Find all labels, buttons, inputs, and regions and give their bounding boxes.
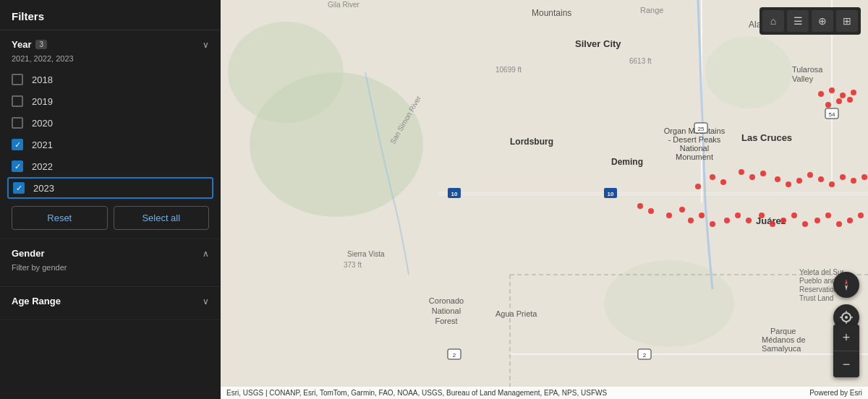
svg-point-3 bbox=[604, 260, 734, 347]
svg-point-4 bbox=[705, 36, 792, 108]
year-filter-badge: 3 bbox=[35, 40, 47, 49]
year-option-2019[interactable]: 2019 bbox=[12, 90, 209, 112]
year-filter-buttons: Reset Select all bbox=[12, 206, 209, 230]
map-toolbar: ⌂ ☰ ⊕ ⊞ bbox=[760, 7, 861, 35]
map-background: Mountains Range 10699 ft 6613 ft Silver … bbox=[221, 0, 868, 399]
svg-text:6613 ft: 6613 ft bbox=[629, 57, 652, 65]
year-filter-subtitle: 2021, 2022, 2023 bbox=[12, 54, 209, 63]
year-filter-section: Year 3 ∨ 2021, 2022, 2023 2018 2019 2020… bbox=[0, 30, 221, 239]
filters-header: Filters bbox=[0, 0, 221, 30]
map-compass-button[interactable] bbox=[833, 272, 859, 298]
year-checkbox-2022[interactable] bbox=[12, 160, 23, 172]
svg-text:Coronado: Coronado bbox=[429, 296, 464, 305]
svg-text:Las Cruces: Las Cruces bbox=[741, 132, 792, 143]
svg-text:- Desert Peaks: - Desert Peaks bbox=[668, 135, 721, 144]
select-all-button[interactable]: Select all bbox=[114, 206, 210, 230]
svg-point-171 bbox=[845, 316, 848, 319]
map-grid-button[interactable]: ⊞ bbox=[836, 10, 858, 32]
locate-icon bbox=[840, 311, 853, 324]
svg-text:National: National bbox=[680, 144, 709, 153]
year-filter-chevron[interactable]: ∨ bbox=[203, 40, 209, 50]
svg-marker-169 bbox=[845, 285, 848, 291]
map-area[interactable]: Mountains Range 10699 ft 6613 ft Silver … bbox=[221, 0, 868, 399]
year-label-2018: 2018 bbox=[32, 74, 53, 85]
year-filter-title: Year bbox=[12, 39, 31, 50]
svg-text:Agua Prieta: Agua Prieta bbox=[495, 309, 537, 318]
svg-text:Gila River: Gila River bbox=[328, 1, 360, 9]
svg-text:2: 2 bbox=[643, 352, 647, 359]
year-checkbox-2023[interactable] bbox=[13, 182, 25, 194]
svg-text:10: 10 bbox=[451, 191, 458, 197]
svg-text:2: 2 bbox=[453, 352, 456, 359]
svg-text:Lordsburg: Lordsburg bbox=[510, 137, 553, 147]
year-option-2023[interactable]: 2023 bbox=[7, 177, 213, 199]
map-list-button[interactable]: ☰ bbox=[787, 10, 809, 32]
year-option-2018[interactable]: 2018 bbox=[12, 69, 209, 90]
year-label-2021: 2021 bbox=[32, 140, 53, 150]
svg-marker-168 bbox=[845, 279, 848, 285]
svg-text:10699 ft: 10699 ft bbox=[495, 66, 522, 74]
svg-text:Médanos de: Médanos de bbox=[762, 335, 806, 344]
gender-filter-title: Gender bbox=[12, 248, 45, 259]
svg-point-2 bbox=[228, 22, 344, 123]
svg-text:Sierra Vista: Sierra Vista bbox=[347, 250, 385, 258]
map-attribution-bar: Esri, USGS | CONANP, Esri, TomTom, Garmi… bbox=[221, 387, 868, 399]
svg-text:Deming: Deming bbox=[611, 157, 643, 167]
svg-text:54: 54 bbox=[829, 111, 835, 118]
gender-filter-subtitle: Filter by gender bbox=[12, 263, 209, 272]
map-layers-button[interactable]: ⊕ bbox=[812, 10, 833, 32]
year-option-2021[interactable]: 2021 bbox=[12, 134, 209, 155]
map-home-button[interactable]: ⌂ bbox=[762, 10, 784, 32]
map-zoom-controls: + − bbox=[833, 325, 859, 377]
gender-filter-chevron[interactable]: ∧ bbox=[203, 249, 209, 259]
year-checkbox-2021[interactable] bbox=[12, 139, 23, 150]
age-filter-title: Age Range bbox=[12, 296, 61, 306]
year-option-2022[interactable]: 2022 bbox=[12, 155, 209, 177]
map-zoom-in-button[interactable]: + bbox=[833, 325, 859, 351]
svg-text:373 ft: 373 ft bbox=[344, 261, 362, 269]
year-option-2020[interactable]: 2020 bbox=[12, 112, 209, 134]
map-powered-by: Powered by Esri bbox=[809, 389, 862, 397]
compass-icon bbox=[839, 278, 854, 292]
svg-text:Forest: Forest bbox=[435, 317, 457, 325]
year-label-2022: 2022 bbox=[32, 161, 53, 172]
age-filter-chevron[interactable]: ∨ bbox=[203, 296, 209, 306]
svg-text:Samalyuca: Samalyuca bbox=[762, 344, 801, 353]
svg-text:10: 10 bbox=[608, 191, 614, 197]
age-filter-section: Age Range ∨ bbox=[0, 287, 221, 320]
year-label-2019: 2019 bbox=[32, 96, 53, 107]
svg-text:Mountains: Mountains bbox=[532, 8, 571, 18]
svg-text:Monument: Monument bbox=[676, 153, 713, 161]
sidebar: Filters Year 3 ∨ 2021, 2022, 2023 2018 2… bbox=[0, 0, 221, 399]
svg-text:Range: Range bbox=[640, 6, 663, 14]
svg-text:Parque: Parque bbox=[770, 327, 796, 335]
reset-button[interactable]: Reset bbox=[12, 206, 108, 230]
year-label-2023: 2023 bbox=[33, 183, 54, 194]
svg-text:Trust Land: Trust Land bbox=[799, 294, 833, 302]
map-attribution-text: Esri, USGS | CONANP, Esri, TomTom, Garmi… bbox=[226, 389, 607, 397]
svg-text:National: National bbox=[432, 306, 461, 315]
map-zoom-out-button[interactable]: − bbox=[833, 351, 859, 377]
svg-text:Juárez: Juárez bbox=[756, 215, 786, 226]
svg-text:Tularosa: Tularosa bbox=[792, 65, 823, 74]
year-checkbox-2019[interactable] bbox=[12, 95, 23, 107]
svg-text:25: 25 bbox=[698, 126, 705, 132]
svg-text:Silver City: Silver City bbox=[575, 38, 621, 49]
year-checkbox-2020[interactable] bbox=[12, 117, 23, 129]
year-label-2020: 2020 bbox=[32, 118, 53, 129]
svg-text:Valley: Valley bbox=[792, 74, 814, 83]
year-checkbox-2018[interactable] bbox=[12, 74, 23, 85]
svg-text:Reservation: Reservation bbox=[799, 286, 838, 293]
gender-filter-section: Gender ∧ Filter by gender bbox=[0, 239, 221, 287]
